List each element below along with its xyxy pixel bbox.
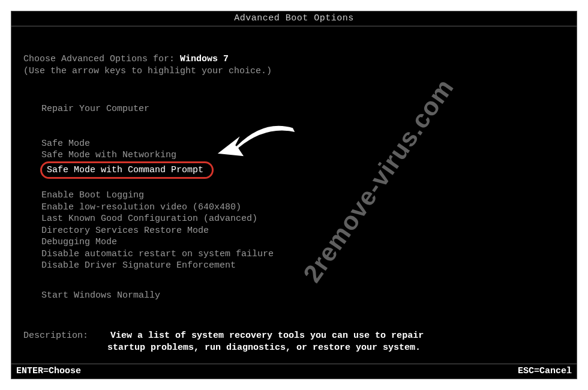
option-disable-auto-restart[interactable]: Disable automatic restart on system fail… <box>40 248 275 260</box>
description-text-1: View a list of system recovery tools you… <box>110 331 424 341</box>
intro-line: Choose Advanced Options for: Windows 7 <box>23 53 565 65</box>
navigation-hint: (Use the arrow keys to highlight your ch… <box>23 65 565 77</box>
footer-esc-hint: ESC=Cancel <box>518 366 572 376</box>
footer-bar: ENTER=Choose ESC=Cancel <box>11 364 577 379</box>
screen-title: Advanced Boot Options <box>11 11 577 26</box>
content-area: Choose Advanced Options for: Windows 7 (… <box>11 26 577 353</box>
option-safe-mode-cmd-highlighted[interactable]: Safe Mode with Command Prompt <box>40 161 214 179</box>
option-last-known-good[interactable]: Last Known Good Configuration (advanced) <box>40 213 259 225</box>
os-name: Windows 7 <box>180 54 229 64</box>
option-boot-logging[interactable]: Enable Boot Logging <box>40 190 145 202</box>
description-text-2: startup problems, run diagnostics, or re… <box>107 342 565 354</box>
boot-options-screen: Advanced Boot Options Choose Advanced Op… <box>11 11 577 379</box>
option-safe-mode[interactable]: Safe Mode <box>40 138 91 150</box>
intro-prefix: Choose Advanced Options for: <box>23 54 180 64</box>
option-disable-driver-sig[interactable]: Disable Driver Signature Enforcement <box>40 260 237 272</box>
options-list[interactable]: Repair Your Computer Safe Mode Safe Mode… <box>40 103 565 301</box>
description-block: Description: View a list of system recov… <box>23 330 565 353</box>
footer-enter-hint: ENTER=Choose <box>16 366 81 376</box>
description-label: Description: <box>23 330 88 342</box>
option-directory-services-restore[interactable]: Directory Services Restore Mode <box>40 225 210 237</box>
option-start-normally[interactable]: Start Windows Normally <box>40 290 161 302</box>
option-debugging-mode[interactable]: Debugging Mode <box>40 236 118 248</box>
option-safe-mode-networking[interactable]: Safe Mode with Networking <box>40 149 178 161</box>
option-low-res-video[interactable]: Enable low-resolution video (640x480) <box>40 202 242 214</box>
option-repair-computer[interactable]: Repair Your Computer <box>40 103 151 115</box>
